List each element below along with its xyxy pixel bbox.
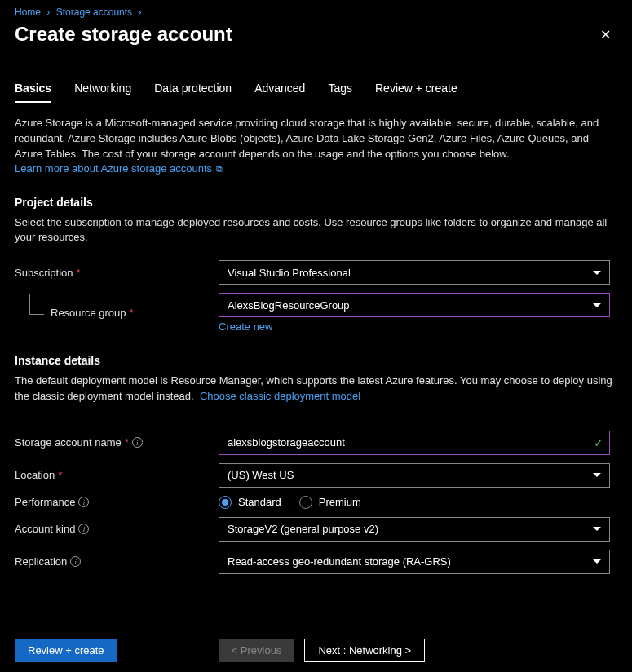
tab-basics[interactable]: Basics [15, 82, 51, 103]
location-label: Location* [15, 469, 219, 481]
replication-label: Replication i [15, 555, 219, 568]
chevron-down-icon [593, 473, 601, 477]
tab-tags[interactable]: Tags [328, 82, 352, 103]
account-kind-select[interactable]: StorageV2 (general purpose v2) [219, 517, 610, 542]
create-new-rg-link[interactable]: Create new [219, 321, 272, 333]
resource-group-label: Resource group* [15, 307, 219, 319]
resource-group-select[interactable]: AlexsBlogResourceGroup [219, 293, 610, 317]
chevron-down-icon [593, 559, 601, 564]
tab-advanced[interactable]: Advanced [254, 82, 305, 103]
instance-details-title: Instance details [15, 354, 617, 367]
check-icon: ✓ [594, 436, 603, 449]
info-icon[interactable]: i [78, 497, 89, 507]
replication-select[interactable]: Read-access geo-redundant storage (RA-GR… [219, 550, 610, 574]
radio-icon [299, 496, 312, 509]
tabs: Basics Networking Data protection Advanc… [0, 82, 632, 103]
info-icon[interactable]: i [132, 437, 143, 448]
instance-details-desc: The default deployment model is Resource… [15, 374, 617, 405]
tab-networking[interactable]: Networking [74, 82, 131, 103]
project-details-title: Project details [15, 196, 617, 209]
chevron-right-icon: › [46, 7, 50, 18]
info-icon[interactable]: i [70, 556, 81, 567]
chevron-down-icon [593, 271, 601, 275]
previous-button: < Previous [219, 639, 295, 662]
breadcrumb-storage[interactable]: Storage accounts [56, 7, 132, 18]
breadcrumb-home[interactable]: Home [15, 7, 41, 18]
footer: Review + create < Previous Next : Networ… [0, 629, 632, 672]
external-link-icon: ⧉ [214, 164, 223, 174]
close-icon: ✕ [600, 28, 611, 42]
performance-premium-radio[interactable]: Premium [299, 496, 361, 509]
radio-icon [219, 496, 232, 509]
chevron-down-icon [593, 303, 601, 307]
location-select[interactable]: (US) West US [219, 463, 610, 488]
subscription-label: Subscription* [15, 267, 219, 279]
chevron-right-icon: › [138, 7, 141, 18]
performance-standard-radio[interactable]: Standard [219, 496, 281, 509]
performance-label: Performance i [15, 496, 219, 508]
page-title: Create storage account [15, 23, 232, 46]
tab-review[interactable]: Review + create [375, 82, 457, 103]
classic-deployment-link[interactable]: Choose classic deployment model [200, 390, 360, 402]
project-details-desc: Select the subscription to manage deploy… [15, 215, 617, 246]
info-icon[interactable]: i [78, 524, 89, 534]
storage-name-input[interactable] [219, 431, 610, 455]
tab-data-protection[interactable]: Data protection [154, 82, 232, 103]
intro-text: Azure Storage is a Microsoft-managed ser… [15, 116, 617, 162]
subscription-select[interactable]: Visual Studio Professional [219, 260, 610, 285]
next-button[interactable]: Next : Networking > [304, 639, 425, 662]
learn-more-link[interactable]: Learn more about Azure storage accounts … [15, 162, 223, 175]
close-button[interactable]: ✕ [594, 24, 617, 46]
review-create-button[interactable]: Review + create [15, 639, 117, 662]
chevron-down-icon [593, 527, 601, 531]
account-kind-label: Account kind i [15, 523, 219, 535]
breadcrumb: Home › Storage accounts › [0, 0, 632, 18]
storage-name-label: Storage account name* i [15, 436, 219, 449]
